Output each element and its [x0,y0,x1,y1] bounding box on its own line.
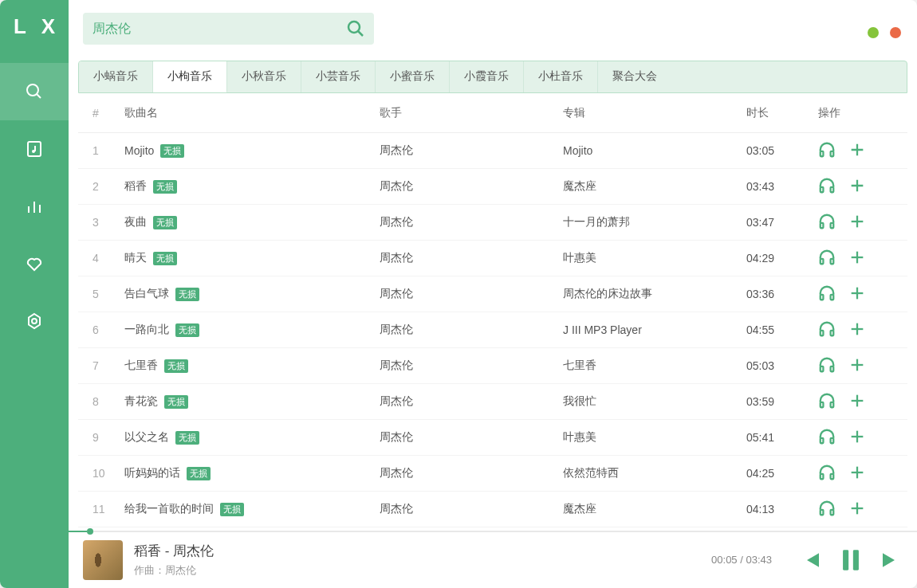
album-cover[interactable] [83,540,123,580]
play-action[interactable] [818,141,836,161]
svg-line-1 [37,94,41,98]
tab-source-4[interactable]: 小蜜音乐 [376,61,450,92]
row-artist: 周杰伦 [380,143,563,158]
table-row[interactable]: 7 七里香无损 周杰伦 七里香 05:03 [78,348,907,384]
add-action[interactable] [848,213,866,233]
tab-source-5[interactable]: 小霞音乐 [450,61,524,92]
table-row[interactable]: 4 晴天无损 周杰伦 叶惠美 04:29 [78,241,907,276]
row-index: 5 [92,288,124,300]
play-action[interactable] [818,392,836,412]
row-index: 10 [92,467,124,480]
nav-settings[interactable] [0,292,69,350]
play-action[interactable] [818,464,836,484]
row-index: 3 [92,216,124,229]
pause-button[interactable] [837,547,864,574]
tab-source-7[interactable]: 聚合大会 [598,61,671,92]
play-action[interactable] [818,356,836,376]
play-action[interactable] [818,249,836,269]
table-row[interactable]: 3 夜曲无损 周杰伦 十一月的萧邦 03:47 [78,205,907,241]
row-album: 魔杰座 [563,179,746,194]
svg-rect-36 [821,366,824,370]
row-actions [818,356,882,376]
play-action[interactable] [818,177,836,197]
tab-source-2[interactable]: 小秋音乐 [227,61,301,92]
play-action[interactable] [818,320,836,340]
play-action[interactable] [818,500,836,519]
svg-point-9 [32,319,37,323]
tab-source-6[interactable]: 小杜音乐 [524,61,598,92]
play-action[interactable] [818,213,836,233]
svg-rect-29 [831,294,834,299]
svg-rect-45 [831,437,834,442]
svg-rect-52 [821,509,824,514]
tab-source-3[interactable]: 小芸音乐 [301,61,376,92]
progress-track[interactable] [69,531,917,532]
table-row[interactable]: 2 稻香无损 周杰伦 魔杰座 03:43 [78,169,907,205]
col-artist: 歌手 [380,106,563,120]
add-action[interactable] [848,177,866,197]
col-album: 专辑 [563,106,746,120]
tab-source-0[interactable]: 小蜗音乐 [79,61,153,92]
close-button[interactable] [890,27,901,38]
svg-rect-57 [853,550,859,570]
nav-favorites[interactable] [0,235,69,292]
table-row[interactable]: 5 告白气球无损 周杰伦 周杰伦的床边故事 03:36 [78,276,907,312]
add-action[interactable] [848,464,866,484]
search-button[interactable] [347,20,364,37]
row-index: 9 [92,431,124,444]
minimize-button[interactable] [868,27,879,38]
table-row[interactable]: 8 青花瓷无损 周杰伦 我很忙 03:59 [78,384,907,420]
add-action[interactable] [848,141,866,161]
add-action[interactable] [848,284,866,304]
add-action[interactable] [848,392,866,412]
row-actions [818,500,882,519]
table-row[interactable]: 1 Mojito无损 周杰伦 Mojito 03:05 [78,133,907,169]
row-duration: 03:43 [746,180,818,193]
row-duration: 03:05 [746,144,818,157]
lossless-badge: 无损 [175,288,199,301]
sidebar: L X [0,0,69,588]
plus-icon [848,320,866,338]
nav-library[interactable] [0,120,69,178]
play-action[interactable] [818,428,836,448]
logo: L X [9,14,60,39]
row-actions [818,320,882,340]
add-action[interactable] [848,500,866,519]
svg-rect-32 [821,330,824,335]
svg-rect-41 [831,402,834,406]
plus-icon [848,141,866,159]
tab-source-1[interactable]: 小枸音乐 [153,61,227,93]
add-action[interactable] [848,320,866,340]
svg-rect-17 [831,186,834,191]
prev-button[interactable] [799,548,823,572]
progress-handle[interactable] [87,528,93,535]
nav-charts[interactable] [0,178,69,235]
add-action[interactable] [848,428,866,448]
row-duration: 04:55 [746,323,818,336]
next-button[interactable] [879,548,903,572]
lossless-badge: 无损 [175,431,199,445]
plus-icon [848,249,866,266]
row-actions [818,392,882,412]
lossless-badge: 无损 [164,395,188,409]
table-row[interactable]: 11 给我一首歌的时间无损 周杰伦 魔杰座 04:13 [78,492,907,527]
row-actions [818,141,882,161]
row-name: Mojito无损 [124,144,380,158]
search-input[interactable] [92,22,347,36]
source-tabs: 小蜗音乐小枸音乐小秋音乐小芸音乐小蜜音乐小霞音乐小杜音乐聚合大会 [78,61,907,93]
play-action[interactable] [818,284,836,304]
headphones-icon [818,428,836,445]
player-info: 稻香 - 周杰伦 作曲：周杰伦 [134,542,700,578]
pause-icon [837,547,864,574]
nav-search[interactable] [0,63,69,120]
table-row[interactable]: 9 以父之名无损 周杰伦 叶惠美 05:41 [78,420,907,456]
table-row[interactable]: 10 听妈妈的话无损 周杰伦 依然范特西 04:25 [78,456,907,492]
add-action[interactable] [848,249,866,269]
row-duration: 05:03 [746,359,818,372]
row-actions [818,284,882,304]
table-row[interactable]: 6 一路向北无损 周杰伦 J III MP3 Player 04:55 [78,312,907,348]
row-index: 6 [92,323,124,336]
row-artist: 周杰伦 [380,359,563,373]
add-action[interactable] [848,356,866,376]
table-body[interactable]: 1 Mojito无损 周杰伦 Mojito 03:05 2 稻香无损 周杰伦 魔… [78,133,907,531]
